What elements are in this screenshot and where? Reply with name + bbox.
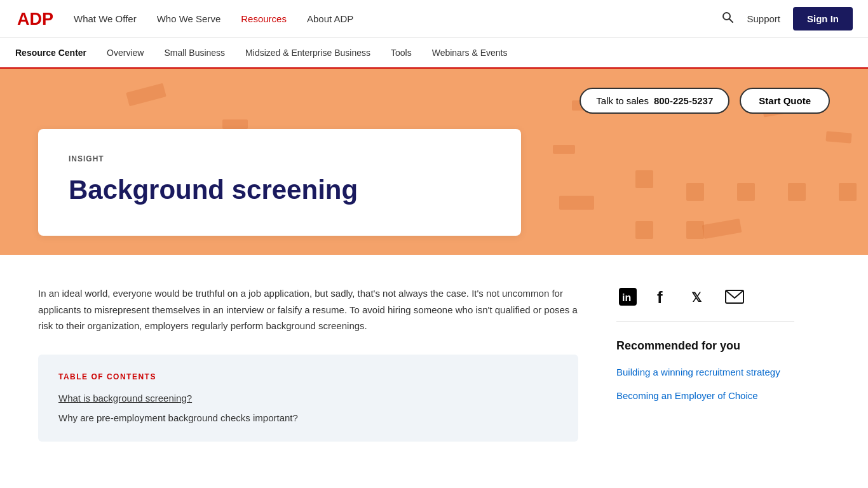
social-icons-row: in f 𝕏 [616, 285, 794, 322]
top-nav: ADP What We Offer Who We Serve Resources… [0, 0, 868, 38]
sec-nav-resource-center[interactable]: Resource Center [15, 48, 86, 58]
nav-about-adp[interactable]: About ADP [307, 13, 353, 24]
toc-label: TABLE OF CONTENTS [58, 372, 558, 381]
sec-nav-small-business[interactable]: Small Business [164, 48, 225, 58]
rec-link-2[interactable]: Becoming an Employer of Choice [616, 389, 794, 402]
talk-to-sales-label: Talk to sales [596, 95, 649, 106]
linkedin-icon[interactable]: in [616, 285, 639, 308]
facebook-icon[interactable]: f [652, 285, 675, 308]
svg-text:in: in [622, 292, 631, 303]
sec-nav-webinars-events[interactable]: Webinars & Events [432, 48, 508, 58]
sec-nav-tools[interactable]: Tools [391, 48, 412, 58]
hero-banner: Talk to sales 800-225-5237 Start Quote I… [0, 69, 868, 255]
nav-links: What We Offer Who We Serve Resources Abo… [74, 13, 721, 24]
email-icon[interactable] [723, 285, 746, 308]
recommended-title: Recommended for you [616, 339, 794, 353]
search-button[interactable] [721, 11, 734, 27]
start-quote-button[interactable]: Start Quote [740, 88, 830, 114]
toc-link-1[interactable]: What is background screening? [58, 393, 558, 403]
nav-right: Support Sign In [721, 7, 853, 30]
article-intro: In an ideal world, everyone would be tru… [38, 285, 578, 334]
hero-tag: INSIGHT [69, 154, 491, 163]
main-content: In an ideal world, everyone would be tru… [0, 255, 868, 467]
secondary-nav: Resource Center Overview Small Business … [0, 38, 868, 69]
svg-text:f: f [657, 288, 663, 306]
hero-title: Background screening [69, 175, 491, 205]
nav-what-we-offer[interactable]: What We Offer [74, 13, 137, 24]
rec-link-1[interactable]: Building a winning recruitment strategy [616, 365, 794, 379]
sidebar: in f 𝕏 Recommended for you Bui [616, 285, 794, 442]
nav-who-we-serve[interactable]: Who We Serve [157, 13, 221, 24]
sec-nav-overview[interactable]: Overview [107, 48, 144, 58]
svg-text:𝕏: 𝕏 [691, 290, 702, 304]
phone-number: 800-225-5237 [654, 95, 713, 106]
table-of-contents: TABLE OF CONTENTS What is background scr… [38, 355, 578, 442]
svg-line-3 [729, 19, 733, 23]
sec-nav-midsized-enterprise[interactable]: Midsized & Enterprise Business [245, 48, 370, 58]
support-link[interactable]: Support [747, 13, 780, 24]
adp-logo[interactable]: ADP [15, 8, 74, 30]
hero-card: INSIGHT Background screening [38, 129, 521, 236]
sign-in-button[interactable]: Sign In [793, 7, 853, 30]
talk-to-sales-button[interactable]: Talk to sales 800-225-5237 [580, 88, 729, 114]
nav-resources[interactable]: Resources [241, 13, 287, 24]
hero-cta-row: Talk to sales 800-225-5237 Start Quote [38, 88, 830, 114]
toc-item-2: Why are pre-employment background checks… [58, 412, 298, 423]
article-body: In an ideal world, everyone would be tru… [38, 285, 578, 442]
svg-text:ADP: ADP [17, 10, 53, 29]
twitter-icon[interactable]: 𝕏 [688, 285, 710, 308]
